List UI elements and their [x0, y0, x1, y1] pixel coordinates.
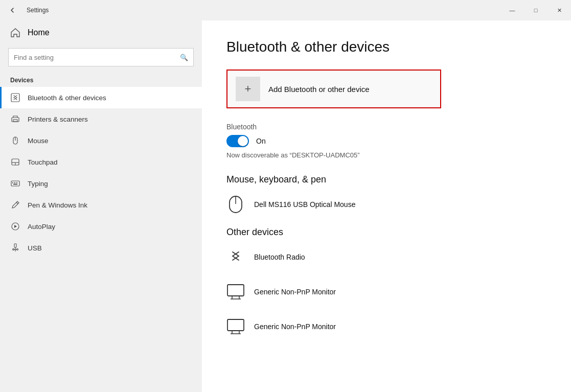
mouse-icon — [10, 135, 20, 146]
sidebar-printers-label: Printers & scanners — [28, 116, 88, 123]
monitor1-name: Generic Non-PnP Monitor — [254, 288, 336, 296]
sidebar-autoplay-label: AutoPlay — [28, 223, 55, 230]
sidebar-item-home[interactable]: Home — [0, 20, 202, 45]
svg-rect-15 — [14, 244, 16, 247]
other-device-row-0: Bluetooth Radio — [226, 245, 546, 269]
back-button[interactable] — [5, 3, 19, 17]
bt-radio-name: Bluetooth Radio — [254, 253, 305, 261]
other-section-title: Other devices — [226, 227, 546, 238]
bluetooth-toggle-row: On — [226, 135, 546, 147]
sidebar-pen-label: Pen & Windows Ink — [28, 201, 87, 209]
other-device-row-1: Generic Non-PnP Monitor — [226, 280, 546, 304]
search-box[interactable]: 🔍 — [8, 48, 194, 66]
sidebar-touchpad-label: Touchpad — [28, 158, 58, 166]
discoverable-text: Now discoverable as “DESKTOP-UADMC05” — [226, 151, 546, 159]
sidebar-item-pen[interactable]: Pen & Windows Ink — [0, 194, 202, 216]
toggle-knob — [238, 136, 248, 146]
svg-rect-12 — [13, 184, 17, 185]
bluetooth-toggle[interactable] — [226, 135, 249, 147]
maximize-button[interactable]: □ — [524, 0, 547, 20]
sidebar-item-bluetooth[interactable]: Bluetooth & other devices — [0, 87, 202, 108]
svg-rect-26 — [227, 319, 244, 331]
svg-rect-22 — [227, 285, 244, 296]
window-title: Settings — [27, 7, 49, 14]
touchpad-icon — [10, 157, 20, 167]
minimize-button[interactable]: — — [500, 0, 524, 20]
sidebar-item-touchpad[interactable]: Touchpad — [0, 151, 202, 173]
home-label: Home — [28, 28, 50, 37]
svg-line-13 — [16, 202, 18, 204]
titlebar: Settings — □ ✕ — [0, 0, 571, 20]
toggle-state-label: On — [256, 137, 266, 145]
page-title: Bluetooth & other devices — [226, 39, 546, 55]
content-area: Bluetooth & other devices + Add Bluetoot… — [202, 20, 571, 392]
titlebar-left: Settings — [5, 3, 49, 17]
monitor2-icon — [226, 317, 245, 336]
typing-icon — [10, 178, 20, 189]
other-device-row-2: Generic Non-PnP Monitor — [226, 314, 546, 339]
close-button[interactable]: ✕ — [547, 0, 571, 20]
svg-rect-9 — [12, 182, 13, 183]
svg-rect-8 — [11, 181, 19, 186]
svg-rect-0 — [11, 94, 19, 102]
sidebar: Home 🔍 Devices Bluetooth & other devices — [0, 20, 202, 392]
bluetooth-icon — [10, 93, 20, 103]
window-controls: — □ ✕ — [500, 0, 571, 20]
sidebar-typing-label: Typing — [28, 180, 48, 188]
add-device-icon: + — [236, 77, 260, 101]
search-icon: 🔍 — [180, 54, 188, 61]
mouse-section-title: Mouse, keyboard, & pen — [226, 174, 546, 185]
add-device-button[interactable]: + Add Bluetooth or other device — [226, 70, 441, 108]
bluetooth-section-label: Bluetooth — [226, 123, 546, 131]
sidebar-bluetooth-label: Bluetooth & other devices — [28, 94, 106, 102]
monitor2-name: Generic Non-PnP Monitor — [254, 322, 336, 331]
pen-icon — [10, 200, 20, 210]
home-icon — [10, 28, 20, 38]
sidebar-item-autoplay[interactable]: AutoPlay — [0, 216, 202, 237]
sidebar-mouse-label: Mouse — [28, 137, 49, 145]
sidebar-item-usb[interactable]: USB — [0, 237, 202, 259]
add-device-label: Add Bluetooth or other device — [268, 85, 370, 94]
monitor1-icon — [226, 283, 245, 301]
sidebar-item-typing[interactable]: Typing — [0, 173, 202, 194]
mouse-device-icon — [226, 195, 245, 214]
sidebar-usb-label: USB — [28, 244, 42, 252]
sidebar-item-printers[interactable]: Printers & scanners — [0, 108, 202, 130]
svg-rect-11 — [16, 182, 17, 183]
bluetooth-radio-icon — [226, 248, 245, 266]
svg-rect-10 — [14, 182, 15, 183]
mouse-device-row: Dell MS116 USB Optical Mouse — [226, 192, 546, 217]
usb-icon — [10, 243, 20, 253]
autoplay-icon — [10, 221, 20, 232]
svg-rect-2 — [13, 120, 17, 122]
sidebar-item-mouse[interactable]: Mouse — [0, 130, 202, 151]
main-layout: Home 🔍 Devices Bluetooth & other devices — [0, 20, 571, 392]
search-input[interactable] — [14, 54, 180, 61]
printer-icon — [10, 114, 20, 124]
sidebar-section-label: Devices — [0, 72, 202, 87]
mouse-device-name: Dell MS116 USB Optical Mouse — [254, 200, 355, 209]
